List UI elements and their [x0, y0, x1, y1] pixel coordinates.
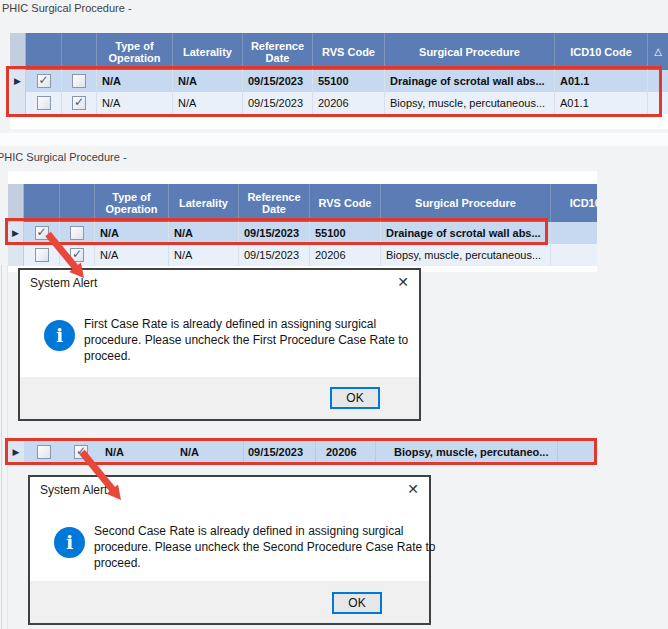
- table-row[interactable]: ✓ N/A N/A 09/15/2023 20206 Biopsy, muscl…: [8, 244, 597, 266]
- close-icon[interactable]: ✕: [397, 274, 409, 290]
- grid-header-row: Type of Operation Laterality Reference D…: [8, 184, 597, 222]
- ok-button[interactable]: OK: [332, 592, 382, 614]
- cell-laterality: N/A: [173, 70, 243, 92]
- cell-icd10-code: A01.1: [555, 70, 648, 92]
- cell-icd10-code: [551, 244, 597, 266]
- first-case-checkbox-cell[interactable]: ✓: [24, 222, 60, 244]
- header-laterality[interactable]: Laterality: [169, 184, 239, 222]
- second-case-row-strip[interactable]: ▶ ✓ N/A N/A 09/15/2023 20206 Biopsy, mus…: [8, 441, 594, 462]
- table-row[interactable]: ▶ ✓ N/A N/A 09/15/2023 55100 Drainage of…: [10, 70, 668, 92]
- panel-edge-line: [1, 265, 2, 629]
- first-case-checkbox-cell[interactable]: [24, 244, 60, 266]
- surgical-procedure-grid-bottom: Type of Operation Laterality Reference D…: [8, 171, 597, 272]
- checkbox-checked: ✓: [74, 445, 88, 459]
- cell-surgical-procedure: Biopsy, muscle, percutaneous...: [385, 92, 555, 114]
- header-laterality[interactable]: Laterality: [173, 33, 243, 70]
- header-surgical-procedure[interactable]: Surgical Procedure: [385, 33, 555, 70]
- cell-surgical-procedure: Biopsy, muscle, percutaneous...: [381, 244, 551, 266]
- first-case-checkbox-cell[interactable]: ✓: [26, 70, 62, 92]
- cell-type-of-operation: N/A: [97, 92, 173, 114]
- cell-rvs-code: 55100: [310, 222, 381, 244]
- header-icd10-code[interactable]: ICD10 Code: [551, 184, 597, 222]
- grid-header-row: Type of Operation Laterality Reference D…: [10, 33, 668, 70]
- cell-type-of-operation: N/A: [95, 222, 169, 244]
- checkbox-checked: ✓: [35, 226, 49, 240]
- cell-laterality: N/A: [169, 244, 239, 266]
- dialog-title: System Alert: [40, 483, 107, 497]
- ok-button[interactable]: OK: [330, 387, 380, 409]
- cell-rvs-code: 20206: [310, 244, 381, 266]
- current-row-arrow-icon: ▶: [13, 447, 20, 457]
- cell-reference-date: 09/15/2023: [239, 244, 310, 266]
- cell-laterality: N/A: [173, 441, 243, 462]
- dialog-title: System Alert: [30, 276, 97, 290]
- cell-reference-date: 09/15/2023: [243, 441, 315, 462]
- sort-ascending-icon: △: [654, 46, 662, 58]
- table-row[interactable]: ▶ ✓ N/A N/A 09/15/2023 55100 Drainage of…: [8, 222, 597, 244]
- header-first-case-checkbox-col[interactable]: [26, 33, 62, 70]
- first-case-checkbox-cell[interactable]: [26, 92, 62, 114]
- header-second-case-checkbox-col[interactable]: [62, 33, 97, 70]
- cell-type-of-operation: N/A: [95, 244, 169, 266]
- cell-reference-date: 09/15/2023: [239, 222, 310, 244]
- checkbox-checked: ✓: [72, 96, 86, 110]
- close-icon[interactable]: ✕: [407, 481, 419, 497]
- first-case-checkbox-cell[interactable]: [24, 441, 64, 462]
- second-case-checkbox-cell[interactable]: [60, 222, 95, 244]
- header-surgical-procedure[interactable]: Surgical Procedure: [381, 184, 551, 222]
- header-first-case-checkbox-col[interactable]: [24, 184, 60, 222]
- alert-message: First Case Rate is already defined in as…: [84, 316, 429, 364]
- header-reference-date[interactable]: Reference Date: [243, 33, 313, 70]
- row-indicator-cell: ▶: [8, 222, 24, 244]
- row-indicator-cell: ▶: [10, 70, 26, 92]
- current-row-arrow-icon: ▶: [12, 228, 19, 238]
- dialog-footer: OK: [20, 377, 419, 419]
- cell-type-of-operation: N/A: [98, 441, 173, 462]
- header-type-of-operation[interactable]: Type of Operation: [97, 33, 173, 70]
- header-second-case-checkbox-col[interactable]: [60, 184, 95, 222]
- page-title-top: PHIC Surgical Procedure -: [2, 2, 132, 14]
- dialog-titlebar: System Alert ✕: [20, 270, 419, 296]
- checkbox-unchecked: [37, 445, 51, 459]
- row-indicator-cell: [8, 244, 24, 266]
- system-alert-dialog-second-case: System Alert ✕ i Second Case Rate is alr…: [28, 475, 431, 625]
- current-row-arrow-icon: ▶: [14, 76, 21, 86]
- cell-rvs-code: 20206: [315, 441, 375, 462]
- second-case-checkbox-cell[interactable]: ✓: [60, 244, 95, 266]
- info-icon: i: [44, 320, 75, 351]
- cell-laterality: N/A: [173, 92, 243, 114]
- row-indicator-cell: ▶: [8, 441, 24, 462]
- second-case-checkbox-cell[interactable]: ✓: [62, 92, 97, 114]
- grid-corner-cell: [10, 33, 26, 70]
- checkbox-unchecked: [72, 74, 86, 88]
- cell-surgical-procedure: Biopsy, muscle, percutaneo...: [375, 441, 557, 462]
- page-title-bottom: PHIC Surgical Procedure -: [0, 151, 127, 163]
- header-rvs-code[interactable]: RVS Code: [313, 33, 385, 70]
- table-row[interactable]: ✓ N/A N/A 09/15/2023 20206 Biopsy, muscl…: [10, 92, 668, 114]
- system-alert-dialog-first-case: System Alert ✕ i First Case Rate is alre…: [18, 268, 421, 421]
- header-sort-column[interactable]: △: [648, 33, 668, 70]
- cell-type-of-operation: N/A: [97, 70, 173, 92]
- surgical-procedure-grid-top: Type of Operation Laterality Reference D…: [10, 33, 668, 129]
- dialog-titlebar: System Alert ✕: [30, 477, 429, 503]
- header-icd10-code[interactable]: ICD10 Code: [555, 33, 648, 70]
- cell-icd10-code: A01.1: [555, 92, 648, 114]
- cell-icd10-code: [557, 441, 594, 462]
- header-type-of-operation[interactable]: Type of Operation: [95, 184, 169, 222]
- header-reference-date[interactable]: Reference Date: [239, 184, 310, 222]
- alert-message: Second Case Rate is already defined in a…: [94, 523, 439, 571]
- checkbox-unchecked: [35, 248, 49, 262]
- dialog-footer: OK: [30, 581, 429, 623]
- second-case-checkbox-cell[interactable]: ✓: [64, 441, 98, 462]
- checkbox-unchecked: [70, 226, 84, 240]
- cell-reference-date: 09/15/2023: [243, 92, 313, 114]
- cell-laterality: N/A: [169, 222, 239, 244]
- cell-icd10-code: [551, 222, 597, 244]
- row-indicator-cell: [10, 92, 26, 114]
- info-icon: i: [54, 527, 85, 558]
- checkbox-checked: ✓: [70, 248, 84, 262]
- checkbox-unchecked: [37, 96, 51, 110]
- cell-rvs-code: 20206: [313, 92, 385, 114]
- second-case-checkbox-cell[interactable]: [62, 70, 97, 92]
- header-rvs-code[interactable]: RVS Code: [310, 184, 381, 222]
